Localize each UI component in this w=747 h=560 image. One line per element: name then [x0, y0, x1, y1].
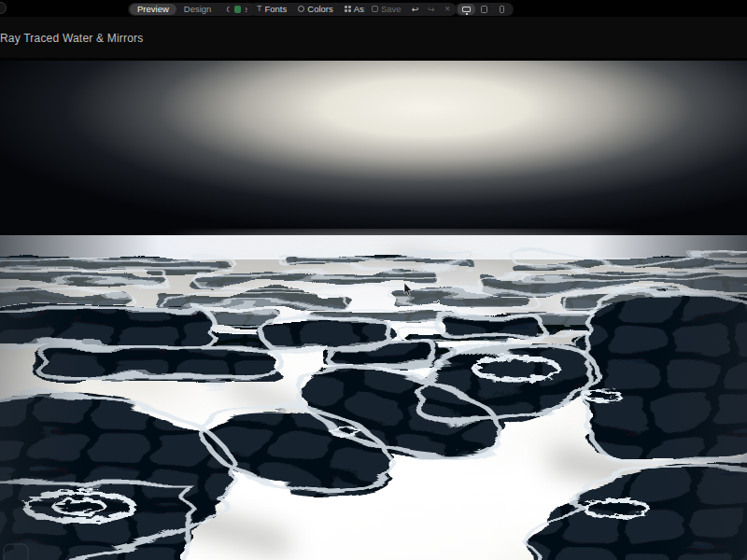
close-button[interactable]: ✕	[440, 4, 456, 15]
save-button[interactable]: Save	[366, 4, 407, 14]
preview-canvas[interactable]: Ray Traced Water & Mirrors	[0, 17, 747, 560]
colors-label: Colors	[307, 4, 332, 14]
breakpoint-switcher	[455, 3, 514, 16]
fonts-label: Fonts	[265, 4, 288, 14]
clipped-button[interactable]	[0, 2, 7, 14]
color-wheel-icon	[298, 6, 304, 12]
save-controls: Save ↩ ↪ ✕	[364, 3, 457, 16]
top-toolbar: Preview Design Code T Fonts Colors Asset…	[0, 0, 747, 17]
tablet-breakpoint-button[interactable]	[475, 4, 493, 15]
assets-grid-icon	[345, 6, 351, 12]
frame-icon	[372, 6, 378, 12]
desktop-icon	[462, 7, 471, 12]
tab-design[interactable]: Design	[176, 4, 219, 15]
raytraced-scene	[0, 58, 747, 560]
phone-breakpoint-button[interactable]	[493, 4, 511, 15]
phone-icon	[500, 6, 504, 13]
tab-preview[interactable]: Preview	[130, 4, 176, 15]
text-icon: T	[257, 5, 262, 13]
desktop-breakpoint-button[interactable]	[458, 4, 475, 15]
undo-button[interactable]: ↩	[407, 4, 424, 15]
colors-button[interactable]: Colors	[292, 4, 338, 15]
plugin-icon	[234, 6, 241, 13]
plugin-button[interactable]	[229, 3, 246, 16]
tablet-icon	[481, 6, 487, 13]
fonts-button[interactable]: T Fonts	[251, 4, 292, 15]
page-title: Ray Traced Water & Mirrors	[0, 32, 143, 45]
save-label: Save	[381, 4, 402, 14]
redo-button[interactable]: ↪	[423, 4, 440, 15]
